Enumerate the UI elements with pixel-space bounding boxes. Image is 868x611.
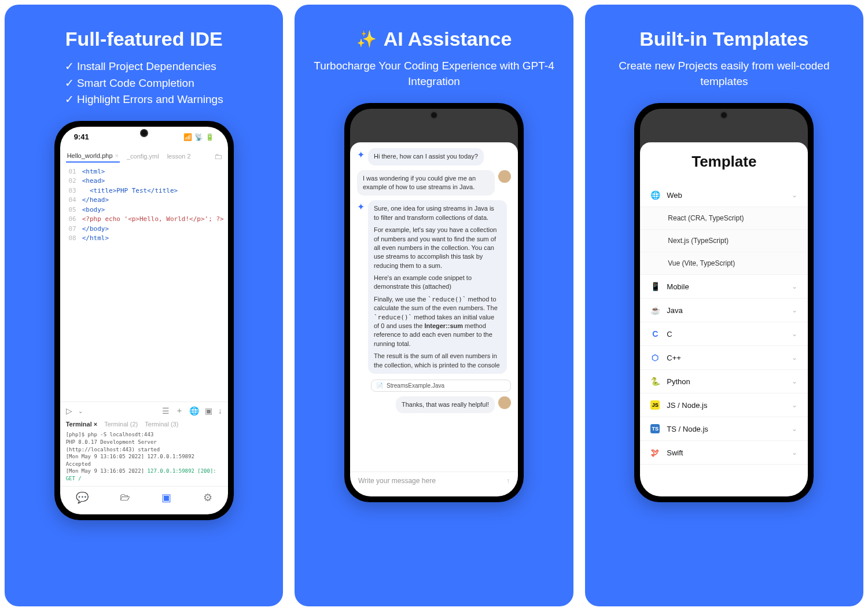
phone-mock: ✦ Hi there, how can I assist you today? …: [344, 103, 524, 502]
chevron-down-icon: ⌄: [792, 282, 797, 290]
status-time: 9:41: [74, 132, 89, 141]
sparkle-icon: ✦: [357, 149, 365, 160]
folder-icon[interactable]: 🗀: [214, 152, 222, 161]
template-item[interactable]: Vue (Vite, TypeScript): [640, 252, 808, 275]
template-category[interactable]: CC⌄: [640, 322, 808, 346]
template-category[interactable]: JSJS / Node.js⌄: [640, 393, 808, 417]
chevron-down-icon: ⌄: [792, 354, 797, 362]
close-icon[interactable]: ×: [94, 421, 97, 428]
chevron-down-icon: ⌄: [792, 330, 797, 338]
card1-title: Full-featured IDE: [65, 28, 223, 50]
ai-message-row: ✦ Hi there, how can I assist you today?: [357, 148, 511, 165]
chat-input-bar: Write your message here ↑: [350, 472, 518, 496]
chevron-down-icon: ⌄: [792, 377, 797, 385]
attachment-chip[interactable]: 📄 StreamsExample.Java: [371, 380, 511, 392]
terminal-tab[interactable]: Terminal (3): [145, 421, 178, 428]
card2-subtitle: Turbocharge Your Coding Experience with …: [312, 58, 556, 89]
template-category[interactable]: 🌐Web⌄: [640, 183, 808, 207]
run-icon[interactable]: ▷: [66, 406, 72, 415]
download-icon[interactable]: ↓: [218, 406, 222, 415]
chevron-down-icon[interactable]: ⌄: [78, 408, 83, 414]
feature-item: Install Project Dependencies: [65, 58, 223, 75]
category-label: C++: [667, 354, 681, 362]
promo-card-ai: ✨ AI Assistance Turbocharge Your Coding …: [295, 5, 573, 606]
template-category[interactable]: ☕Java⌄: [640, 299, 808, 322]
editor-tab-active[interactable]: Hello_world.php×: [66, 150, 120, 163]
user-message-row: I was wondering if you could give me an …: [357, 170, 511, 196]
promo-card-templates: Built-in Templates Create new Projects e…: [585, 5, 863, 606]
category-label: Python: [667, 377, 690, 386]
template-list: 🌐Web⌄React (CRA, TypeScript)Next.js (Typ…: [640, 183, 808, 496]
category-label: Swift: [667, 448, 683, 457]
category-label: JS / Node.js: [667, 401, 707, 410]
terminal-tab[interactable]: Terminal ×: [66, 421, 98, 428]
template-category[interactable]: 🕊Swift⌄: [640, 441, 808, 465]
category-icon: 🐍: [650, 377, 660, 386]
folder-icon[interactable]: 🗁: [120, 491, 130, 504]
feature-item: Highlight Errors and Warnings: [65, 91, 223, 108]
chevron-down-icon: ⌄: [792, 191, 797, 199]
chat-area: ✦ Hi there, how can I assist you today? …: [350, 142, 518, 472]
editor-tab[interactable]: lesson 2: [166, 150, 192, 162]
category-label: C: [667, 330, 672, 338]
panel-icon[interactable]: ▣: [205, 406, 212, 415]
template-category[interactable]: 📱Mobile⌄: [640, 275, 808, 299]
category-icon: TS: [650, 424, 660, 433]
ai-message-row: ✦ Sure, one idea for using streams in Ja…: [357, 200, 511, 374]
user-message-row: Thanks, that was really helpful!: [357, 396, 511, 413]
category-label: Java: [667, 306, 682, 315]
avatar: [498, 396, 511, 409]
sparkle-icon: ✨: [356, 30, 377, 49]
chat-icon[interactable]: 💬: [76, 491, 89, 504]
terminal-tabs: Terminal × Terminal (2) Terminal (3): [60, 419, 228, 429]
template-item[interactable]: Next.js (TypeScript): [640, 230, 808, 252]
code-editor[interactable]: 01<html> 02<head> 03 <title>PHP Test</ti…: [60, 165, 228, 402]
menu-icon[interactable]: ☰: [162, 406, 170, 415]
ai-bubble: Hi there, how can I assist you today?: [368, 148, 484, 165]
gear-icon[interactable]: ⚙: [203, 491, 212, 504]
globe-icon[interactable]: 🌐: [189, 406, 199, 415]
category-label: Mobile: [667, 282, 689, 291]
status-icons: 📶 📡 🔋: [183, 133, 214, 141]
battery-icon: 🔋: [205, 133, 214, 141]
user-bubble: Thanks, that was really helpful!: [396, 396, 495, 413]
phone-notch: [118, 129, 170, 142]
chevron-down-icon: ⌄: [792, 306, 797, 314]
promo-card-ide: Full-featured IDE Install Project Depend…: [5, 5, 283, 606]
feature-item: Smart Code Completion: [65, 75, 223, 92]
signal-icon: 📶: [183, 133, 192, 141]
ai-bubble: Sure, one idea for using streams in Java…: [368, 200, 507, 374]
phone-notch: [408, 111, 460, 124]
template-category[interactable]: ⬡C++⌄: [640, 346, 808, 370]
category-icon: C: [650, 329, 660, 338]
card1-features: Install Project Dependencies Smart Code …: [65, 58, 223, 108]
card3-title: Built-in Templates: [639, 28, 808, 50]
send-icon[interactable]: ↑: [506, 477, 510, 485]
card2-title: ✨ AI Assistance: [356, 28, 512, 50]
category-icon: 🕊: [650, 448, 660, 457]
template-item[interactable]: React (CRA, TypeScript): [640, 207, 808, 230]
close-icon[interactable]: ×: [115, 152, 119, 159]
chevron-down-icon: ⌄: [792, 448, 797, 457]
editor-tab[interactable]: _config.yml: [126, 150, 160, 162]
phone-mock: 9:41 📶 📡 🔋 Hello_world.php× _config.yml …: [54, 121, 234, 520]
chevron-down-icon: ⌄: [792, 425, 797, 433]
chat-input[interactable]: Write your message here: [358, 477, 502, 485]
bottom-nav: 💬 🗁 ▣ ⚙: [60, 486, 228, 514]
sparkle-icon: ✦: [357, 201, 365, 212]
category-icon: ☕: [650, 306, 660, 315]
terminal-tab[interactable]: Terminal (2): [104, 421, 138, 428]
category-label: Web: [667, 191, 682, 200]
category-label: TS / Node.js: [667, 425, 708, 433]
terminal-icon[interactable]: ▣: [161, 491, 171, 504]
plus-icon[interactable]: ＋: [175, 406, 183, 416]
chevron-down-icon: ⌄: [792, 401, 797, 409]
file-icon: 📄: [376, 382, 383, 389]
template-category[interactable]: TSTS / Node.js⌄: [640, 417, 808, 441]
category-icon: ⬡: [650, 353, 660, 362]
template-category[interactable]: 🐍Python⌄: [640, 370, 808, 393]
category-icon: 📱: [650, 282, 660, 291]
terminal-output: [php]$ php -S localhosdt:443 PHP 8.0.17 …: [60, 429, 228, 485]
avatar: [498, 170, 511, 183]
phone-mock: Template 🌐Web⌄React (CRA, TypeScript)Nex…: [634, 103, 814, 502]
